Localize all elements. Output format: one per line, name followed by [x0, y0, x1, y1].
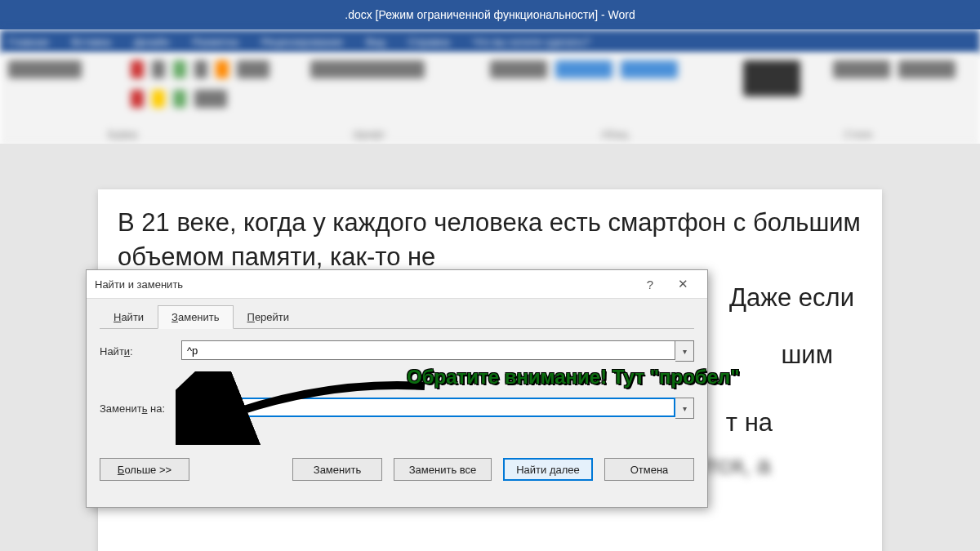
- ribbon-group-label: Шрифт: [354, 129, 385, 140]
- menu-item[interactable]: Дизайн: [134, 36, 170, 48]
- dialog-title: Найти и заменить: [95, 278, 183, 291]
- tab-goto[interactable]: Перейти: [234, 305, 304, 329]
- close-button[interactable]: ✕: [666, 270, 699, 298]
- menu-item[interactable]: Главная: [8, 36, 48, 48]
- tab-replace[interactable]: Заменить: [158, 305, 233, 329]
- menu-bar: Главная Вставка Дизайн Разметка Рецензир…: [0, 29, 980, 54]
- menu-item[interactable]: Разметка: [193, 36, 238, 48]
- window-title: .docx [Режим ограниченной функциональнос…: [345, 8, 635, 21]
- tab-find[interactable]: Найти: [100, 305, 158, 329]
- replace-label: Заменить на:: [100, 402, 181, 415]
- dialog-tabs: Найти Заменить Перейти: [100, 305, 694, 329]
- menu-item[interactable]: Вид: [366, 36, 385, 48]
- find-dropdown[interactable]: ▾: [675, 340, 694, 362]
- ribbon: Буфер Шрифт Абзац Стили: [0, 54, 980, 144]
- ribbon-group-label: Абзац: [601, 129, 629, 140]
- document-text: В 21 веке, когда у каждого человека есть…: [118, 206, 862, 274]
- replace-dropdown[interactable]: ▾: [675, 398, 694, 419]
- cancel-button[interactable]: Отмена: [604, 458, 694, 481]
- more-button[interactable]: Больше >>: [100, 458, 189, 481]
- find-next-button[interactable]: Найти далее: [503, 458, 593, 481]
- menu-item[interactable]: Что вы хотите сделать?: [473, 36, 590, 48]
- find-input[interactable]: [181, 340, 675, 360]
- dialog-title-bar[interactable]: Найти и заменить ? ✕: [87, 270, 707, 299]
- replace-all-button[interactable]: Заменить все: [394, 458, 492, 481]
- replace-button[interactable]: Заменить: [292, 458, 382, 481]
- find-label: Найти:: [100, 345, 181, 358]
- ribbon-group-label: Буфер: [108, 129, 138, 140]
- replace-input[interactable]: [181, 398, 675, 417]
- find-replace-dialog: Найти и заменить ? ✕ Найти Заменить Пере…: [86, 269, 708, 508]
- menu-item[interactable]: Рецензирование: [261, 36, 343, 48]
- help-button[interactable]: ?: [634, 270, 666, 298]
- menu-item[interactable]: Справка: [408, 36, 450, 48]
- menu-item[interactable]: Вставка: [71, 36, 110, 48]
- ribbon-group-label: Стили: [844, 129, 872, 140]
- title-bar: .docx [Режим ограниченной функциональнос…: [0, 0, 980, 29]
